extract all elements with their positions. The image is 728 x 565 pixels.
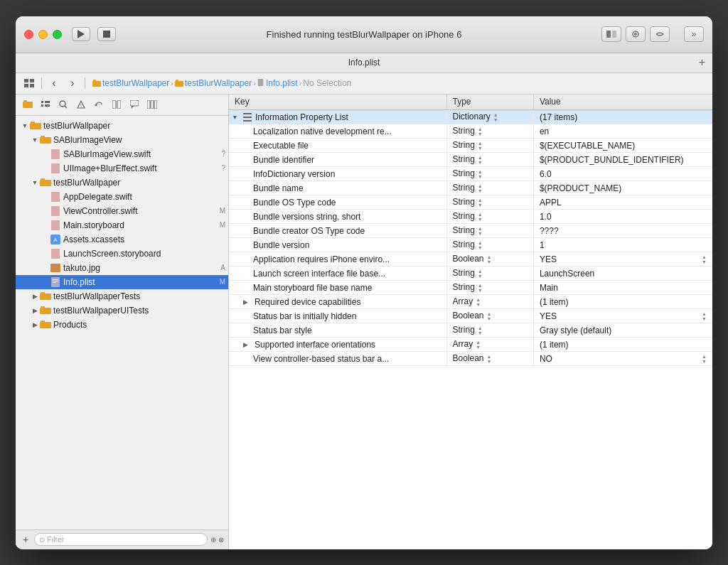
plist-row[interactable]: Application requires iPhone enviro...Boo… <box>229 252 712 267</box>
type-stepper[interactable]: ▲▼ <box>487 354 492 364</box>
plist-row[interactable]: Bundle creator OS Type codeString▲▼???? <box>229 224 712 238</box>
assistant-editor-btn[interactable] <box>626 26 646 42</box>
type-stepper[interactable]: ▲▼ <box>478 269 483 279</box>
nav-back-btn[interactable]: ‹ <box>46 76 62 90</box>
plist-row[interactable]: Bundle versions string, shortString▲▼1.0 <box>229 210 712 224</box>
value-stepper[interactable]: ▲▼ <box>702 254 707 264</box>
type-stepper[interactable]: ▲▼ <box>487 311 492 321</box>
tree-item-label: Info.plist <box>63 277 217 287</box>
plist-row[interactable]: Executable fileString▲▼$(EXECUTABLE_NAME… <box>229 139 712 153</box>
type-stepper[interactable]: ▲▼ <box>478 283 483 293</box>
sidebar-diff-btn[interactable] <box>109 97 124 112</box>
type-stepper[interactable]: ▲▼ <box>493 112 498 122</box>
plist-row[interactable]: Localization native development re...Str… <box>229 124 712 139</box>
type-stepper[interactable]: ▲▼ <box>478 325 483 335</box>
filter-placeholder: Filter <box>47 535 64 544</box>
plist-row[interactable]: InfoDictionary versionString▲▼6.0 <box>229 167 712 181</box>
plist-row[interactable]: ▶Supported interface orientationsArray▲▼… <box>229 338 712 352</box>
sidebar-search-btn[interactable] <box>55 97 71 112</box>
type-stepper[interactable]: ▲▼ <box>478 183 483 193</box>
sidebar-more-btn[interactable] <box>144 97 160 112</box>
sidebar-item-UIImage+BlurEffect-swift[interactable]: UIImage+BlurEffect.swift? <box>16 161 228 176</box>
editor-toggle-btn[interactable] <box>601 26 621 42</box>
sidebar-item-ViewController-swift[interactable]: ViewController.swiftM <box>16 204 228 218</box>
plist-row[interactable]: ▼Information Property ListDictionary▲▼(1… <box>229 110 712 124</box>
plist-type-cell: String▲▼ <box>446 139 533 153</box>
plist-row[interactable]: ▶Required device capabilitiesArray▲▼(1 i… <box>229 295 712 309</box>
sidebar-item-AppDelegate-swift[interactable]: AppDelegate.swift <box>16 190 228 204</box>
type-stepper[interactable]: ▲▼ <box>478 141 483 151</box>
sidebar-item-takuto-jpg[interactable]: takuto.jpgA <box>16 261 228 275</box>
type-stepper[interactable]: ▲▼ <box>476 340 481 350</box>
type-stepper[interactable]: ▲▼ <box>487 254 492 264</box>
plist-row[interactable]: Bundle versionString▲▼1 <box>229 238 712 252</box>
sidebar-list-btn[interactable] <box>38 97 53 112</box>
type-label: Boolean <box>453 311 484 321</box>
sidebar-undo-btn[interactable] <box>91 97 107 112</box>
sidebar-item-LaunchScreen-storyboard[interactable]: LaunchScreen.storyboard <box>16 247 228 261</box>
key-label: Information Property List <box>255 112 348 122</box>
plist-row[interactable]: Status bar is initially hiddenBoolean▲▼Y… <box>229 309 712 323</box>
value-label: Gray style (default) <box>540 325 611 335</box>
filter-recent-btn[interactable]: ⊕ <box>210 536 216 544</box>
sidebar-item-Products[interactable]: ▶Products <box>16 318 228 332</box>
type-stepper[interactable]: ▲▼ <box>478 212 483 222</box>
key-arrow[interactable]: ▶ <box>243 298 253 306</box>
type-stepper[interactable]: ▲▼ <box>478 127 483 136</box>
key-arrow[interactable]: ▶ <box>243 341 253 348</box>
filter-box[interactable]: ⊙ Filter <box>34 533 208 546</box>
sidebar-folder-btn[interactable] <box>20 97 36 112</box>
plist-row[interactable]: Bundle identifierString▲▼$(PRODUCT_BUNDL… <box>229 153 712 167</box>
sidebar-comment-btn[interactable] <box>127 97 142 112</box>
minimize-button[interactable] <box>38 30 48 39</box>
key-arrow[interactable]: ▼ <box>232 114 242 121</box>
plist-value-cell: (17 items) <box>533 110 712 124</box>
sidebar-item-testBlurWallpaper-root[interactable]: ▼testBlurWallpaper <box>16 119 228 133</box>
tree-item-icon <box>50 149 61 159</box>
more-button[interactable]: » <box>684 26 704 42</box>
plist-type-cell: String▲▼ <box>446 153 533 167</box>
plist-row[interactable]: View controller-based status bar a...Boo… <box>229 352 712 366</box>
sidebar-item-SABlurImageView-swift[interactable]: SABlurImageView.swift? <box>16 147 228 161</box>
add-tab-button[interactable]: + <box>699 57 705 68</box>
sidebar-item-SABlurImageView-group[interactable]: ▼SABlurImageView <box>16 133 228 147</box>
type-stepper[interactable]: ▲▼ <box>478 198 483 208</box>
grid-view-btn[interactable] <box>21 76 37 90</box>
type-stepper[interactable]: ▲▼ <box>478 226 483 236</box>
sidebar-item-testBlurWallpaperTests[interactable]: ▶testBlurWallpaperTests <box>16 289 228 303</box>
add-file-button[interactable]: + <box>20 534 31 545</box>
type-stepper[interactable]: ▲▼ <box>478 155 483 165</box>
sidebar-item-testBlurWallpaperUITests[interactable]: ▶testBlurWallpaperUITests <box>16 303 228 318</box>
plist-row[interactable]: Status bar styleString▲▼Gray style (defa… <box>229 323 712 338</box>
run-button[interactable] <box>72 27 90 41</box>
stop-button[interactable] <box>97 27 116 41</box>
plist-value-cell: (1 item) <box>533 295 712 309</box>
tree-item-icon <box>50 249 61 259</box>
sidebar-item-Info-plist[interactable]: Info.plistM <box>16 275 228 289</box>
breadcrumb-item-3[interactable]: Info.plist <box>257 78 298 88</box>
value-stepper[interactable]: ▲▼ <box>702 354 707 364</box>
value-stepper[interactable]: ▲▼ <box>702 311 707 321</box>
breadcrumb-item-1[interactable]: testBlurWallpaper <box>92 78 169 88</box>
type-stepper[interactable]: ▲▼ <box>478 169 483 179</box>
sidebar-item-testBlurWallpaper-group[interactable]: ▼testBlurWallpaper <box>16 176 228 190</box>
type-label: String <box>453 325 475 335</box>
nav-forward-btn[interactable]: › <box>65 76 80 90</box>
tree-item-label: testBlurWallpaperTests <box>53 291 225 301</box>
filter-branch-btn[interactable]: ⊗ <box>218 536 224 544</box>
type-stepper[interactable]: ▲▼ <box>476 297 481 307</box>
breadcrumb-item-2[interactable]: testBlurWallpaper <box>175 78 252 88</box>
plist-row[interactable]: Main storyboard file base nameString▲▼Ma… <box>229 281 712 295</box>
version-editor-btn[interactable] <box>650 26 670 42</box>
svg-rect-60 <box>243 113 252 114</box>
close-button[interactable] <box>24 30 33 39</box>
maximize-button[interactable] <box>53 30 62 39</box>
plist-row[interactable]: Bundle nameString▲▼$(PRODUCT_NAME) <box>229 181 712 195</box>
sidebar-item-Main-storyboard[interactable]: Main.storyboardM <box>16 218 228 232</box>
sidebar-warning-btn[interactable]: ! <box>73 97 89 112</box>
plist-row[interactable]: Bundle OS Type codeString▲▼APPL <box>229 195 712 210</box>
plist-row[interactable]: Launch screen interface file base...Stri… <box>229 267 712 281</box>
type-stepper[interactable]: ▲▼ <box>478 240 483 250</box>
sidebar-item-Assets-xcassets[interactable]: AAssets.xcassets <box>16 232 228 247</box>
plist-type-cell: String▲▼ <box>446 195 533 210</box>
